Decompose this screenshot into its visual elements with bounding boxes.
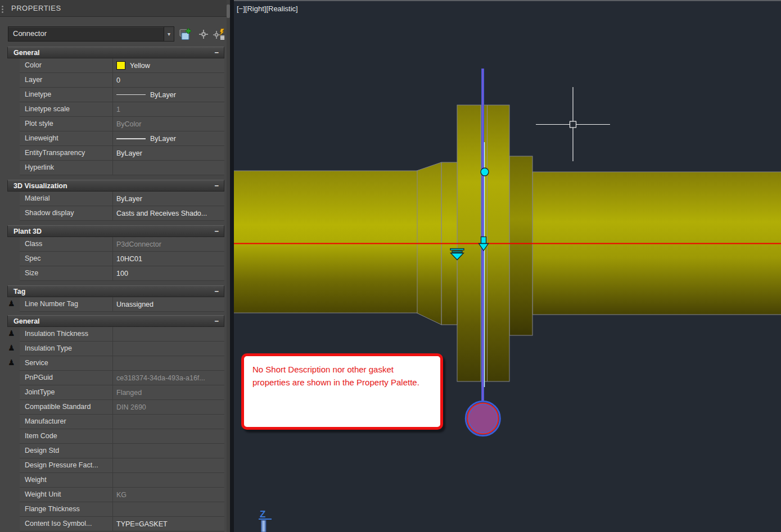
collapse-section-button[interactable]: −: [214, 317, 219, 325]
collapse-section-button[interactable]: −: [214, 288, 219, 295]
property-value[interactable]: ByLayer: [113, 131, 224, 145]
property-label: JointType: [20, 385, 113, 399]
select-objects-button[interactable]: [197, 28, 210, 40]
annotation-callout: No Short Description nor other gasket pr…: [241, 353, 443, 430]
lineweight-glyph: [116, 138, 146, 139]
property-value[interactable]: TYPE=GASKET: [113, 517, 224, 531]
property-value[interactable]: 100: [113, 266, 224, 280]
property-value[interactable]: Casts and Receives Shado...: [113, 206, 224, 220]
application-window: PROPERTIES Connector ▾: [0, 0, 781, 532]
property-value[interactable]: Yellow: [113, 58, 224, 72]
property-value[interactable]: [113, 327, 224, 341]
collapse-section-button[interactable]: −: [214, 228, 219, 235]
chevron-down-icon[interactable]: ▾: [164, 27, 174, 41]
object-type-value: Connector: [13, 29, 47, 38]
property-row: Layer0: [20, 73, 224, 88]
property-value[interactable]: [113, 473, 224, 487]
palette-section: General−ColorYellowLayer0LinetypeByLayer…: [7, 47, 224, 175]
property-label: Compatible Standard: [20, 400, 113, 414]
property-value[interactable]: [113, 429, 224, 443]
section-title: Plant 3D: [13, 228, 42, 235]
property-row: Compatible StandardDIN 2690: [20, 400, 224, 415]
property-value[interactable]: ByColor: [113, 117, 224, 131]
section-header[interactable]: 3D Visualization−: [7, 180, 224, 192]
property-label: Weight Unit: [20, 488, 113, 502]
object-type-select[interactable]: Connector ▾: [8, 26, 174, 42]
property-label: Hyperlink: [20, 161, 113, 175]
collapse-section-button[interactable]: −: [214, 182, 219, 189]
drawing-viewport[interactable]: Z [−][Right][Realistic] No Short Descrip…: [234, 0, 781, 532]
section-header[interactable]: Tag−: [7, 285, 224, 297]
property-value-text: TYPE=GASKET: [116, 520, 168, 528]
property-value[interactable]: [113, 458, 224, 472]
property-value[interactable]: [113, 444, 224, 458]
section-rows: ♟Line Number TagUnassigned: [20, 297, 224, 312]
toggle-pickadd-icon: [179, 28, 191, 40]
property-value[interactable]: 10HC01: [113, 252, 224, 266]
property-label: Lineweight: [20, 131, 113, 145]
palette-grip-icon[interactable]: [2, 6, 3, 13]
property-value[interactable]: [113, 161, 224, 175]
property-row: Hyperlink: [20, 161, 224, 175]
grip-point-circle[interactable]: [481, 168, 489, 176]
property-label: Shadow display: [20, 206, 113, 220]
property-value[interactable]: 0: [113, 73, 224, 87]
property-label: Insulation Thickness: [20, 327, 113, 341]
ucs-z-label: Z: [260, 509, 265, 520]
grip-stretch-square[interactable]: [481, 237, 486, 244]
property-label: PnPGuid: [20, 371, 113, 385]
ucs-icon[interactable]: Z: [259, 509, 272, 532]
palette-titlebar[interactable]: PROPERTIES: [0, 0, 227, 17]
property-label: Layer: [20, 73, 113, 87]
section-header[interactable]: General−: [7, 47, 224, 58]
section-title: 3D Visualization: [13, 182, 67, 190]
property-row: PnPGuidce318374-34da-493a-a16f...: [20, 371, 224, 385]
property-value[interactable]: DIN 2690: [113, 400, 224, 414]
property-row: Size100: [20, 266, 224, 281]
section-header[interactable]: Plant 3D−: [7, 225, 224, 237]
property-row: Weight UnitKG: [20, 488, 224, 502]
property-value[interactable]: ByLayer: [113, 88, 224, 102]
property-value-text: Flanged: [116, 389, 142, 397]
property-value-text: Yellow: [130, 62, 150, 70]
property-value[interactable]: Unassigned: [113, 297, 224, 311]
property-value[interactable]: ByLayer: [113, 192, 224, 206]
property-value-text: ByLayer: [116, 195, 142, 203]
property-row: Spec10HC01: [20, 252, 224, 266]
property-value[interactable]: [113, 342, 224, 356]
property-value[interactable]: KG: [113, 488, 224, 502]
property-label: Manufacturer: [20, 415, 113, 429]
viewport-controls-label[interactable]: [−][Right][Realistic]: [237, 4, 298, 13]
property-label: Linetype scale: [20, 102, 113, 116]
property-value[interactable]: ByLayer: [113, 146, 224, 160]
property-label: Design Std: [20, 444, 113, 458]
property-value[interactable]: P3dConnector: [113, 237, 224, 251]
property-row: Linetype scale1: [20, 102, 224, 117]
property-label: Flange Thickness: [20, 502, 113, 516]
property-value[interactable]: Flanged: [113, 385, 224, 399]
flange-back-plate[interactable]: [509, 156, 532, 335]
property-row: Design Std: [20, 444, 224, 458]
property-value[interactable]: [113, 502, 224, 516]
property-value-text: ByColor: [116, 120, 141, 128]
property-label: Plot style: [20, 117, 113, 131]
palette-section: 3D Visualization−MaterialByLayerShadow d…: [7, 180, 224, 221]
property-label: Line Number Tag: [20, 297, 113, 311]
property-value[interactable]: 1: [113, 102, 224, 116]
color-swatch[interactable]: [116, 61, 125, 70]
palette-section: Tag−♟Line Number TagUnassigned: [7, 285, 224, 312]
property-value[interactable]: [113, 415, 224, 429]
gasket-end-circle[interactable]: [466, 402, 500, 436]
property-row: JointTypeFlanged: [20, 385, 224, 400]
property-row: Design Pressure Fact...: [20, 458, 224, 473]
scene-canvas[interactable]: Z: [234, 0, 781, 532]
toggle-pickadd-button[interactable]: [179, 28, 191, 40]
collapse-section-button[interactable]: −: [214, 49, 219, 56]
section-title: Tag: [13, 288, 25, 295]
left-pipe[interactable]: [234, 171, 417, 313]
property-value[interactable]: ce318374-34da-493a-a16f...: [113, 371, 224, 385]
property-value[interactable]: [113, 356, 224, 370]
quick-select-button[interactable]: [213, 28, 225, 40]
section-header[interactable]: General−: [7, 315, 224, 327]
property-row: Weight: [20, 473, 224, 488]
